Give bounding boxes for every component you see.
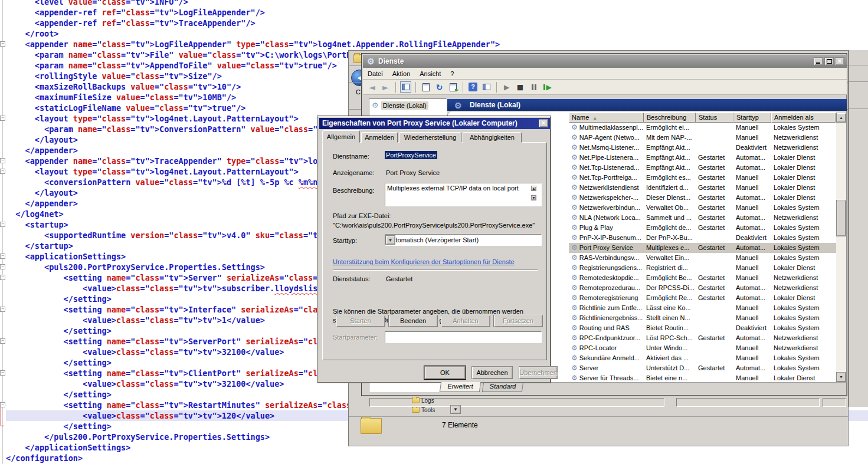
cell: Automat... — [733, 153, 771, 163]
service-row[interactable]: ⚙RPC-Endpunktzuor...Löst RPC-Sch...Gesta… — [569, 333, 846, 343]
tab-abhngigkeiten[interactable]: Abhängigkeiten — [463, 132, 522, 143]
fold-toggle-icon[interactable]: − — [0, 275, 5, 280]
textbox-scrollbar[interactable]: ▲ ▼ — [531, 184, 541, 205]
view-tab-standard[interactable]: Standard — [482, 382, 523, 392]
service-row[interactable]: ⚙Server für Threads...Bietet eine n...Ma… — [569, 373, 846, 382]
cell: ⚙Routing und RAS — [569, 323, 644, 333]
start-service-icon[interactable]: ▶ — [501, 81, 512, 93]
tab-wiederherstellung[interactable]: Wiederherstellung — [399, 132, 461, 143]
abbrechen-button[interactable]: Abbrechen — [471, 366, 513, 379]
fold-toggle-icon[interactable]: − — [0, 264, 5, 269]
service-row[interactable]: ⚙Netzwerkverbindun...Verwaltet Ob...Gest… — [569, 203, 846, 213]
forward-icon[interactable]: ► — [380, 81, 391, 93]
column-header-anmeldenals[interactable]: Anmelden als — [771, 113, 836, 123]
service-row[interactable]: ⚙Richtlinienergebniss...Stellt einen N..… — [569, 313, 846, 323]
cell: Empfängt Akt... — [644, 153, 696, 163]
tab-allgemein[interactable]: Allgemein — [322, 130, 360, 143]
fold-toggle-icon[interactable]: − — [0, 222, 5, 227]
menu-item-ansicht[interactable]: Ansicht — [415, 69, 446, 78]
stop-service-icon[interactable]: ■ — [515, 81, 526, 93]
service-gear-icon: ⚙ — [571, 243, 578, 252]
explorer-folder-item[interactable]: Tools — [412, 407, 435, 416]
show-console-tree-icon[interactable] — [400, 81, 411, 93]
refresh-icon[interactable]: ↻ — [434, 81, 445, 93]
service-row[interactable]: ⚙Remoteprozedurau...Der RPCSS-Di...Gesta… — [569, 283, 846, 293]
scroll-down-icon[interactable]: ▼ — [836, 372, 846, 382]
menu-item-[interactable]: ? — [446, 69, 458, 78]
cell: ⚙Sekundäre Anmeld... — [569, 353, 644, 363]
scroll-down-icon[interactable]: ▼ — [531, 195, 536, 200]
close-icon[interactable]: × — [539, 119, 548, 127]
beenden-button[interactable]: Beenden — [388, 315, 438, 327]
scroll-up-icon[interactable]: ▲ — [836, 113, 846, 123]
menu-item-datei[interactable]: Datei — [363, 69, 388, 78]
ok-button[interactable]: OK — [424, 366, 466, 379]
menu-item-aktion[interactable]: Aktion — [388, 69, 415, 78]
column-header-starttyp[interactable]: Starttyp — [733, 113, 771, 123]
vertical-scrollbar[interactable]: ▲ ▼ — [836, 113, 846, 382]
column-header-beschreibung[interactable]: Beschreibung — [644, 113, 696, 123]
scroll-up-icon[interactable]: ▲ — [531, 186, 536, 191]
fold-toggle-icon[interactable]: − — [0, 116, 5, 121]
service-row[interactable]: ⚙Sekundäre Anmeld...Aktiviert das ...Man… — [569, 353, 846, 363]
dialog-titlebar[interactable]: Eigenschaften von Port Proxy Service (Lo… — [319, 118, 550, 129]
tree-item-dienste-lokal[interactable]: ⚙ Dienste (Lokal) — [369, 99, 446, 111]
cell: Lokales System — [771, 253, 836, 263]
service-row[interactable]: ⚙Net.Pipe-Listenera...Empfängt Akt...Ges… — [569, 153, 846, 163]
service-row[interactable]: ⚙Multimediaklassenpl...Ermöglicht ei...M… — [569, 123, 846, 133]
chevron-down-icon[interactable]: ▼ — [385, 235, 395, 245]
service-row[interactable]: ⚙Port Proxy ServiceMultiplexes e...Gesta… — [569, 243, 846, 253]
service-row[interactable]: ⚙NetzwerklistendienstIdentifiziert d...G… — [569, 183, 846, 193]
service-row[interactable]: ⚙Net.Tcp-Portfreiga...Ermöglicht es...Ge… — [569, 173, 846, 183]
service-row[interactable]: ⚙Plug & PlayErmöglicht de...GestartetAut… — [569, 223, 846, 233]
maximize-icon[interactable] — [824, 57, 834, 65]
service-row[interactable]: ⚙RAS-Verbindungsv...Verwaltet Ein...Manu… — [569, 253, 846, 263]
fold-toggle-icon[interactable]: − — [0, 158, 5, 163]
services-table[interactable]: Name▲BeschreibungStatusStarttypAnmelden … — [569, 113, 846, 382]
restart-service-icon[interactable]: ▶ — [542, 81, 553, 93]
service-row[interactable]: ⚙NLA (Network Loca...Sammelt und ...Gest… — [569, 213, 846, 223]
pause-service-icon[interactable] — [528, 81, 539, 93]
show-action-pane-icon[interactable] — [481, 81, 492, 93]
dropdown-button[interactable]: ▼ — [450, 405, 461, 414]
service-row[interactable]: ⚙Registrierungsdiens...Registriert di...… — [569, 263, 846, 273]
service-row[interactable]: ⚙Routing und RASBietet Routin...Deaktivi… — [569, 323, 846, 333]
startparameter-input[interactable] — [385, 331, 542, 343]
service-row[interactable]: ⚙ServerUnterstützt D...GestartetAutomat.… — [569, 363, 846, 373]
fold-margin[interactable]: −−−−−−−−−−−− — [0, 0, 6, 464]
service-row[interactable]: ⚙Net.Msmq-Listener...Empfängt Akt...Deak… — [569, 143, 846, 153]
column-header-name[interactable]: Name▲ — [569, 113, 644, 123]
export-list-icon[interactable]: ► — [447, 81, 458, 93]
service-row[interactable]: ⚙RemoteregistrierungErmöglicht Re...Gest… — [569, 293, 846, 303]
fold-toggle-icon[interactable]: − — [0, 41, 5, 47]
service-row[interactable]: ⚙Remotedesktopdie...Ermöglicht Be...Gest… — [569, 273, 846, 283]
startoptions-help-link[interactable]: Unterstützung beim Konfigurieren der Sta… — [333, 258, 515, 265]
explorer-folder-item[interactable]: Logs — [412, 397, 434, 406]
properties-icon[interactable] — [420, 81, 431, 93]
fold-toggle-icon[interactable]: − — [0, 307, 5, 312]
service-row[interactable]: ⚙RPC-LocatorUnter Windo...ManuellNetzwer… — [569, 343, 846, 353]
fold-toggle-icon[interactable]: − — [0, 338, 5, 344]
service-row[interactable]: ⚙Richtlinie zum Entfe...Lässt eine Ko...… — [569, 303, 846, 313]
starttyp-combobox[interactable]: Automatisch (Verzögerter Start) ▼ — [385, 234, 542, 246]
back-icon[interactable]: ◄ — [366, 81, 378, 93]
view-tab-erweitert[interactable]: Erweitert — [440, 382, 481, 392]
column-header-status[interactable]: Status — [696, 113, 733, 123]
cell: Multiplexes e... — [644, 243, 696, 253]
services-titlebar[interactable]: ⚙ Dienste × — [363, 55, 847, 68]
close-icon[interactable]: × — [835, 57, 844, 65]
service-row[interactable]: ⚙Net.Tcp-Listenerad...Empfängt Akt...Ges… — [569, 163, 846, 173]
service-row[interactable]: ⚙PnP-X-IP-Busenum...Der PnP-X-Bu...Deakt… — [569, 233, 846, 243]
cell: Lokaler Dienst — [771, 183, 836, 193]
fold-toggle-icon[interactable]: − — [0, 254, 5, 259]
beschreibung-textbox[interactable]: Multiplexes external TCP/IP data on loca… — [385, 183, 542, 206]
help-icon[interactable]: ? — [467, 81, 479, 93]
service-row[interactable]: ⚙Netzwerkspeicher-...Dieser Dienst...Ges… — [569, 193, 846, 203]
service-row[interactable]: ⚙NAP-Agent (Netwo...Mit dem NAP-...Manue… — [569, 133, 846, 143]
minimize-icon[interactable] — [814, 57, 823, 65]
fold-toggle-icon[interactable]: − — [0, 370, 5, 376]
fold-toggle-icon[interactable]: − — [0, 402, 5, 407]
scrollbar-thumb[interactable] — [836, 200, 846, 236]
fold-toggle-icon[interactable]: − — [0, 169, 5, 174]
tab-anmelden[interactable]: Anmelden — [361, 132, 398, 143]
